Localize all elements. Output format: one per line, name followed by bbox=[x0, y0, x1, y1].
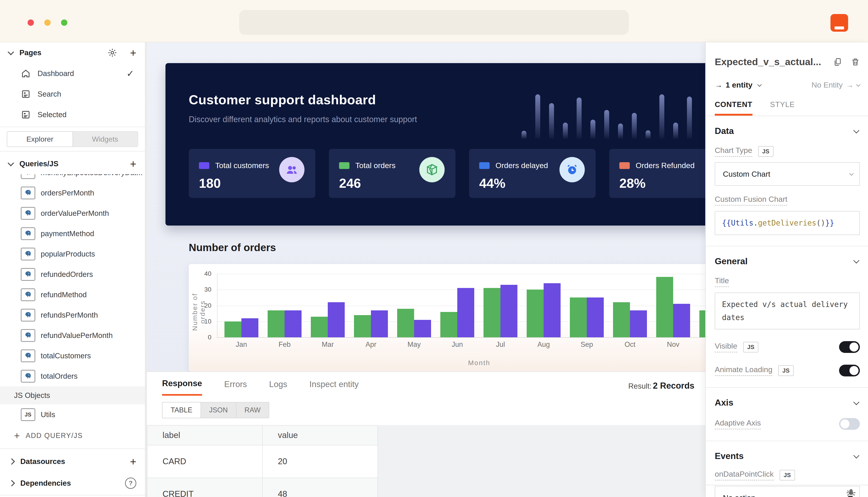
datasources-section-header[interactable]: Datasources + bbox=[0, 451, 145, 472]
stat-card[interactable]: Orders Refunded28% bbox=[609, 149, 705, 198]
adaptive-axis-toggle[interactable] bbox=[839, 418, 860, 430]
add-datasource-button[interactable]: + bbox=[130, 455, 136, 468]
query-item[interactable]: refundedOrders bbox=[0, 264, 145, 285]
tab-logs[interactable]: Logs bbox=[269, 380, 287, 395]
chart-bar-green-series[interactable] bbox=[354, 315, 371, 337]
stat-card[interactable]: Total customers180 bbox=[189, 149, 315, 198]
table-row[interactable]: CREDIT48 bbox=[147, 478, 378, 497]
chart-bar-green-series[interactable] bbox=[268, 310, 284, 337]
incoming-entities-dropdown[interactable]: → 1 entity bbox=[715, 81, 761, 89]
mode-json[interactable]: JSON bbox=[201, 402, 236, 418]
chart-bar-green-series[interactable] bbox=[224, 322, 241, 337]
pane-tab-content[interactable]: CONTENT bbox=[715, 100, 752, 116]
tab-widgets[interactable]: Widgets bbox=[73, 132, 138, 146]
chart-bar-purple-series[interactable] bbox=[371, 310, 388, 337]
js-objects-group-label[interactable]: JS Objects bbox=[0, 386, 145, 404]
mode-raw[interactable]: RAW bbox=[236, 402, 269, 418]
appsmith-logo-icon[interactable] bbox=[830, 14, 848, 32]
chart-bar-purple-series[interactable] bbox=[587, 297, 604, 337]
tab-inspect-entity[interactable]: Inspect entity bbox=[309, 380, 359, 395]
query-item[interactable]: monthlyExpectedDeliveryDat... bbox=[0, 174, 145, 183]
general-section-header[interactable]: General bbox=[715, 256, 860, 266]
minimize-window-button[interactable] bbox=[44, 19, 50, 26]
stat-card-top: Total orders bbox=[339, 161, 396, 170]
query-item[interactable]: refundValuePerMonth bbox=[0, 325, 145, 346]
tab-errors[interactable]: Errors bbox=[224, 380, 247, 395]
axis-section-header[interactable]: Axis bbox=[715, 398, 860, 408]
app-canvas[interactable]: Customer support dashboard Discover diff… bbox=[147, 42, 705, 371]
stat-value: 44% bbox=[479, 175, 505, 191]
add-query-js-button[interactable]: + ADD QUERY/JS bbox=[0, 425, 145, 446]
stat-card[interactable]: Orders delayed44% bbox=[469, 149, 595, 198]
pages-settings-gear-icon[interactable] bbox=[107, 48, 117, 58]
visible-toggle[interactable] bbox=[839, 341, 860, 353]
mode-table[interactable]: TABLE bbox=[162, 402, 201, 418]
sidebar-item-dashboard[interactable]: Dashboard✓ bbox=[0, 63, 145, 84]
help-icon[interactable]: ? bbox=[125, 478, 136, 489]
js-toggle-button[interactable]: JS bbox=[758, 146, 774, 157]
title-input[interactable]: Expected v/s actual delivery dates bbox=[715, 293, 860, 330]
orders-bar-chart-widget[interactable]: 010203040JanFebMarAprMayJunJulAugSepOctN… bbox=[189, 264, 705, 371]
address-bar[interactable] bbox=[239, 10, 629, 35]
close-window-button[interactable] bbox=[28, 19, 34, 26]
custom-fusion-chart-input[interactable]: {{Utils.getDeliveries()}} bbox=[715, 211, 860, 235]
x-tick-label: Feb bbox=[263, 340, 306, 349]
query-item[interactable]: refundMethod bbox=[0, 285, 145, 305]
chart-bar-purple-series[interactable] bbox=[457, 288, 474, 337]
maximize-window-button[interactable] bbox=[61, 19, 68, 26]
chart-bar-green-series[interactable] bbox=[397, 309, 414, 337]
response-table[interactable]: labelvalue CARD20CREDIT48 bbox=[147, 425, 378, 497]
query-item[interactable]: popularProducts bbox=[0, 244, 145, 264]
chart-bar-purple-series[interactable] bbox=[284, 310, 301, 337]
chart-bar-purple-series[interactable] bbox=[630, 310, 647, 337]
sidebar-item-search[interactable]: Search bbox=[0, 84, 145, 104]
chart-bar-purple-series[interactable] bbox=[241, 318, 259, 337]
chart-bar-purple-series[interactable] bbox=[414, 320, 431, 337]
js-toggle-button[interactable]: JS bbox=[780, 470, 795, 481]
queries-section-header[interactable]: Queries/JS + bbox=[0, 153, 145, 174]
divider bbox=[706, 441, 868, 441]
js-toggle-button[interactable]: JS bbox=[743, 342, 759, 353]
hero-container-widget[interactable]: Customer support dashboard Discover diff… bbox=[165, 63, 705, 226]
query-item[interactable]: totalCustomers bbox=[0, 346, 145, 366]
sidebar-item-selected[interactable]: Selected bbox=[0, 104, 145, 125]
stat-card[interactable]: Total orders246 bbox=[329, 149, 455, 198]
chart-bar-green-series[interactable] bbox=[570, 297, 587, 337]
events-section-header[interactable]: Events bbox=[715, 451, 860, 461]
js-toggle-button[interactable]: JS bbox=[778, 365, 794, 376]
debug-bug-icon[interactable] bbox=[846, 487, 856, 497]
chart-bar-purple-series[interactable] bbox=[500, 285, 517, 337]
outgoing-entities-dropdown[interactable]: No Entity → bbox=[811, 81, 860, 89]
copy-widget-icon[interactable] bbox=[833, 57, 842, 67]
chart-bar-purple-series[interactable] bbox=[544, 283, 561, 337]
chart-bar-green-series[interactable] bbox=[613, 302, 630, 337]
query-item[interactable]: totalOrders bbox=[0, 366, 145, 386]
add-page-button[interactable]: + bbox=[130, 47, 136, 59]
pane-tab-style[interactable]: STYLE bbox=[770, 100, 795, 116]
table-row[interactable]: CARD20 bbox=[147, 445, 378, 478]
add-query-button[interactable]: + bbox=[130, 158, 136, 170]
chart-bar-purple-series[interactable] bbox=[673, 304, 690, 337]
tab-explorer[interactable]: Explorer bbox=[7, 131, 73, 147]
data-section-header[interactable]: Data bbox=[715, 126, 860, 136]
pages-section-header[interactable]: Pages + bbox=[0, 42, 145, 63]
check-icon: ✓ bbox=[126, 68, 134, 79]
chart-bar-purple-series[interactable] bbox=[328, 302, 345, 337]
delete-widget-icon[interactable] bbox=[851, 57, 860, 67]
chart-bar-green-series[interactable] bbox=[527, 289, 544, 337]
query-item[interactable]: refundsPerMonth bbox=[0, 305, 145, 325]
chart-bar-green-series[interactable] bbox=[484, 288, 500, 337]
query-item[interactable]: ordersPerMonth bbox=[0, 183, 145, 203]
chart-bar-green-series[interactable] bbox=[440, 312, 457, 337]
js-object-item[interactable]: JSUtils bbox=[0, 404, 145, 425]
dependencies-section-header[interactable]: Dependencies ? bbox=[0, 472, 145, 494]
chart-bar-green-series[interactable] bbox=[656, 277, 673, 337]
query-item[interactable]: orderValuePerMonth bbox=[0, 203, 145, 224]
tab-response[interactable]: Response bbox=[162, 379, 202, 396]
animate-loading-toggle[interactable] bbox=[839, 365, 860, 377]
widget-name[interactable]: Expected_v_s_actual... bbox=[715, 56, 825, 67]
chart-type-select[interactable]: Custom Chart bbox=[715, 162, 860, 186]
chart-bar-green-series[interactable] bbox=[700, 310, 705, 337]
query-item[interactable]: paymentMethod bbox=[0, 224, 145, 244]
chart-bar-green-series[interactable] bbox=[311, 317, 328, 337]
